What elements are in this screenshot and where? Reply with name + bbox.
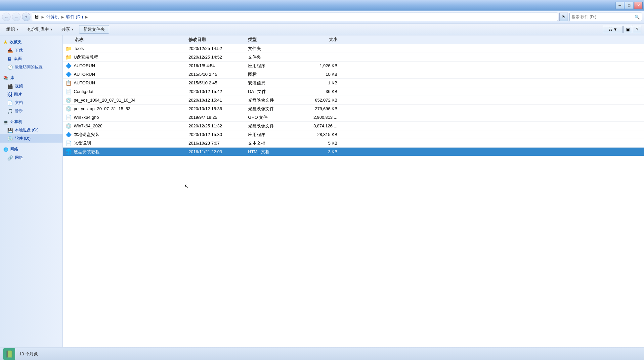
file-icon: 📋	[65, 80, 72, 86]
col-date-header[interactable]: 修改日期	[189, 37, 248, 43]
file-date: 2020/12/25 14:52	[189, 46, 248, 51]
share-menu[interactable]: 共享 ▼	[58, 25, 78, 34]
table-row[interactable]: 📁 Tools 2020/12/25 14:52 文件夹	[63, 44, 644, 53]
c-drive-label: 本地磁盘 (C:)	[15, 127, 38, 133]
forward-button[interactable]: →	[12, 13, 21, 21]
preview-button[interactable]: ▣	[623, 26, 632, 33]
recent-label: 最近访问的位置	[15, 64, 43, 70]
file-name-label: Win7x64_2020	[74, 123, 103, 128]
network-header[interactable]: 🌐 网络	[0, 145, 63, 154]
file-name-label: AUTORUN	[74, 63, 95, 68]
status-text: 13 个对象	[19, 351, 38, 357]
col-name-header[interactable]: 名称	[63, 37, 189, 43]
breadcrumb-sep-2: ►	[61, 15, 65, 20]
file-name-label: Tools	[74, 46, 84, 51]
computer-section: 💻 计算机 💾 本地磁盘 (C:) 💿 软件 (D:)	[0, 118, 63, 143]
sidebar-item-c-drive[interactable]: 💾 本地磁盘 (C:)	[0, 126, 63, 134]
maximize-button[interactable]: □	[625, 2, 633, 9]
table-row[interactable]: 💿 pe_yqs_xp_20_07_31_15_53 2020/10/12 15…	[63, 105, 644, 113]
sidebar-item-music[interactable]: 🎵 音乐	[0, 107, 63, 115]
desktop-label: 桌面	[14, 56, 22, 62]
organize-menu[interactable]: 组织 ▼	[3, 25, 22, 34]
file-size: 279,696 KB	[301, 106, 341, 111]
file-date: 2016/10/23 7:07	[189, 141, 248, 146]
table-row[interactable]: 📋 AUTORUN 2015/5/10 2:45 安装信息 1 KB	[63, 79, 644, 87]
new-folder-button[interactable]: 新建文件夹	[79, 25, 109, 34]
view-toggle-button[interactable]: ☷ ▼	[603, 26, 623, 33]
file-type: 文件夹	[248, 46, 301, 52]
table-row[interactable]: 💿 Win7x64_2020 2020/12/25 11:32 光盘映像文件 3…	[63, 122, 644, 130]
status-bar: 📗 13 个对象	[0, 347, 644, 360]
table-row[interactable]: 📄 Config.dat 2020/10/12 15:42 DAT 文件 36 …	[63, 87, 644, 96]
documents-icon: 📄	[7, 100, 13, 106]
table-row[interactable]: 🔷 AUTORUN 2016/1/8 4:54 应用程序 1,926 KB	[63, 62, 644, 70]
network-link-icon: 🔗	[7, 155, 13, 160]
search-icon[interactable]: 🔍	[634, 15, 640, 20]
close-button[interactable]: ✕	[634, 2, 643, 9]
library-header[interactable]: 📚 库	[0, 74, 63, 82]
file-date: 2020/10/12 15:30	[189, 132, 248, 137]
help-button[interactable]: ?	[633, 26, 641, 33]
minimize-button[interactable]: ─	[616, 2, 624, 9]
favorites-header[interactable]: ★ 收藏夹	[0, 38, 63, 46]
search-input[interactable]	[572, 15, 633, 19]
sidebar-item-network[interactable]: 🔗 网络	[0, 154, 63, 162]
file-icon: 💿	[65, 123, 72, 129]
sidebar: ★ 收藏夹 📥 下载 🖥 桌面 🕐 最近访问的位置 📚 库	[0, 35, 63, 347]
sidebar-item-video[interactable]: 🎬 视频	[0, 82, 63, 90]
sidebar-item-d-drive[interactable]: 💿 软件 (D:)	[0, 134, 63, 143]
organize-arrow: ▼	[16, 28, 19, 31]
table-row[interactable]: 💿 pe_yqs_1064_20_07_31_16_04 2020/10/12 …	[63, 96, 644, 105]
library-label: 库	[10, 75, 14, 81]
table-row[interactable]: 🌐 硬盘安装教程 2016/11/21 22:03 HTML 文档 3 KB	[63, 148, 644, 156]
file-size: 1 KB	[301, 80, 341, 85]
breadcrumb-sep-3: ►	[84, 15, 89, 20]
file-name-label: 本地硬盘安装	[74, 132, 100, 138]
file-size: 36 KB	[301, 89, 341, 94]
file-name-label: 光盘说明	[74, 140, 91, 146]
file-icon: 💿	[65, 106, 72, 112]
video-label: 视频	[15, 83, 23, 89]
file-type: 文本文档	[248, 140, 301, 146]
breadcrumb-computer[interactable]: 计算机	[46, 14, 59, 20]
computer-header[interactable]: 💻 计算机	[0, 118, 63, 126]
network-label: 网络	[10, 147, 18, 152]
file-icon: 📁	[65, 46, 72, 52]
pictures-icon: 🖼	[7, 92, 12, 97]
network-icon: 🌐	[3, 147, 8, 152]
table-row[interactable]: 🔷 AUTORUN 2015/5/10 2:45 图标 10 KB	[63, 70, 644, 79]
file-type: 光盘映像文件	[248, 123, 301, 129]
network-item-label: 网络	[15, 155, 23, 160]
network-section: 🌐 网络 🔗 网络	[0, 145, 63, 162]
col-type-header[interactable]: 类型	[248, 37, 301, 43]
file-name-label: 硬盘安装教程	[74, 149, 100, 155]
sidebar-item-downloads[interactable]: 📥 下载	[0, 46, 63, 55]
share-arrow: ▼	[71, 28, 74, 31]
file-date: 2020/12/25 14:52	[189, 55, 248, 60]
c-drive-icon: 💾	[7, 128, 13, 133]
file-icon: 🔷	[65, 71, 72, 77]
table-row[interactable]: 📁 U盘安装教程 2020/12/25 14:52 文件夹	[63, 53, 644, 62]
table-row[interactable]: 🔷 本地硬盘安装 2020/10/12 15:30 应用程序 28,315 KB	[63, 130, 644, 139]
file-size: 2,900,813 ...	[301, 115, 341, 120]
address-bar: ← → ⇧ 🖥 ► 计算机 ► 软件 (D:) ► ↻ 🔍	[0, 11, 644, 23]
back-button[interactable]: ←	[2, 13, 11, 21]
breadcrumb-drive[interactable]: 软件 (D:)	[66, 14, 83, 20]
computer-label: 计算机	[10, 119, 22, 125]
file-name-label: pe_yqs_1064_20_07_31_16_04	[74, 98, 136, 103]
file-type: 光盘映像文件	[248, 106, 301, 112]
sidebar-item-desktop[interactable]: 🖥 桌面	[0, 55, 63, 63]
include-menu[interactable]: 包含到库中 ▼	[24, 25, 57, 34]
file-size: 5 KB	[301, 141, 341, 146]
sidebar-item-pictures[interactable]: 🖼 图片	[0, 90, 63, 99]
table-row[interactable]: 📄 光盘说明 2016/10/23 7:07 文本文档 5 KB	[63, 139, 644, 148]
view-buttons: ☷ ▼ ▣ ?	[603, 26, 641, 33]
refresh-button[interactable]: ↻	[559, 13, 568, 21]
recent-icon: 🕐	[7, 65, 13, 70]
up-button[interactable]: ⇧	[22, 13, 30, 21]
sidebar-item-recent[interactable]: 🕐 最近访问的位置	[0, 63, 63, 71]
col-size-header[interactable]: 大小	[301, 37, 341, 43]
table-row[interactable]: 📄 Win7x64.gho 2019/9/7 19:25 GHO 文件 2,90…	[63, 113, 644, 122]
sidebar-item-documents[interactable]: 📄 文档	[0, 99, 63, 107]
file-list: 📁 Tools 2020/12/25 14:52 文件夹 📁 U盘安装教程 20…	[63, 44, 644, 347]
